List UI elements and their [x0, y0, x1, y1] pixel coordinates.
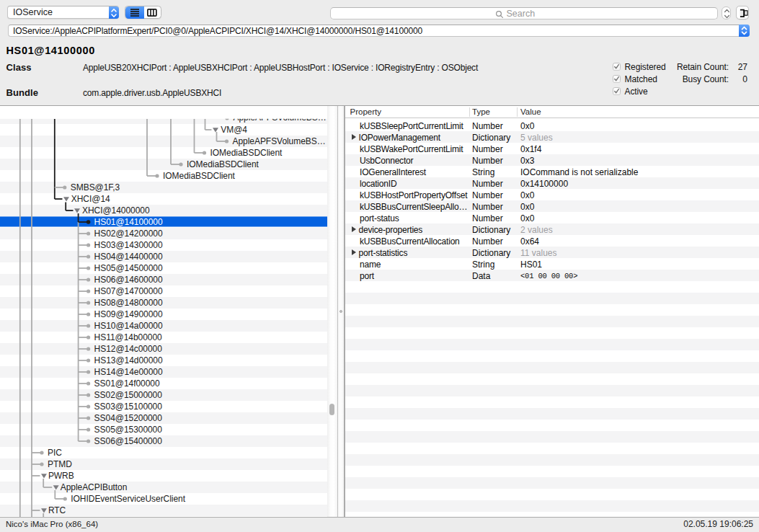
svg-text:PIC: PIC: [48, 448, 62, 458]
svg-text:HS01@14100000: HS01@14100000: [94, 217, 163, 227]
svg-text:RTC: RTC: [48, 505, 66, 515]
svg-text:IOMediaBSDClient: IOMediaBSDClient: [163, 171, 236, 181]
svg-text:SS01@14f00000: SS01@14f00000: [94, 378, 160, 389]
svg-text:HS10@14a00000: HS10@14a00000: [94, 321, 163, 331]
svg-text:SS05@15300000: SS05@15300000: [94, 425, 163, 435]
svg-text:IOMediaBSDClient: IOMediaBSDClient: [187, 159, 259, 169]
svg-text:XHCI@14000000: XHCI@14000000: [82, 205, 150, 216]
svg-text:SS06@15400000: SS06@15400000: [94, 436, 163, 446]
svg-text:HS03@14300000: HS03@14300000: [94, 240, 163, 250]
svg-text:HS06@14600000: HS06@14600000: [94, 275, 163, 285]
svg-text:IOHIDEventServiceUserClient: IOHIDEventServiceUserClient: [71, 494, 185, 504]
svg-text:HS05@14500000: HS05@14500000: [94, 263, 163, 273]
svg-text:AppleACPIButton: AppleACPIButton: [61, 482, 128, 492]
svg-text:HS07@14700000: HS07@14700000: [94, 286, 163, 296]
svg-text:HS02@14200000: HS02@14200000: [94, 229, 163, 239]
svg-text:PWRB: PWRB: [48, 471, 74, 481]
svg-text:HS11@14b00000: HS11@14b00000: [94, 332, 162, 342]
svg-text:HS04@14400000: HS04@14400000: [94, 252, 163, 262]
svg-text:HS12@14c00000: HS12@14c00000: [94, 344, 163, 354]
svg-text:SS04@15200000: SS04@15200000: [94, 413, 163, 423]
svg-text:HS14@14e00000: HS14@14e00000: [94, 367, 163, 377]
svg-text:HS08@14800000: HS08@14800000: [94, 298, 163, 308]
svg-text:XHCI@14: XHCI@14: [71, 194, 110, 204]
svg-text:SMBS@1F,3: SMBS@1F,3: [71, 182, 120, 192]
svg-text:AppleAPFSVolumeBS…: AppleAPFSVolumeBS…: [233, 136, 326, 146]
svg-text:IOMediaBSDClient: IOMediaBSDClient: [210, 148, 283, 158]
svg-text:HS09@14900000: HS09@14900000: [94, 309, 163, 319]
svg-text:SS03@15100000: SS03@15100000: [94, 402, 163, 412]
svg-text:HS13@14d00000: HS13@14d00000: [94, 355, 163, 365]
svg-text:VM@4: VM@4: [221, 125, 247, 135]
svg-text:SS02@15000000: SS02@15000000: [94, 390, 163, 400]
svg-text:PTMD: PTMD: [48, 459, 72, 469]
